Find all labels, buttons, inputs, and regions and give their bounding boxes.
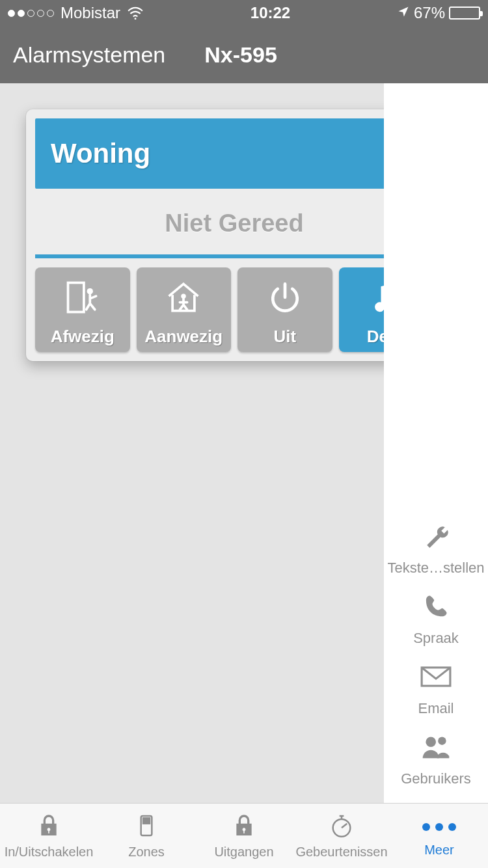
wifi-icon bbox=[127, 7, 144, 20]
battery-pct: 67% bbox=[414, 4, 445, 22]
email-icon bbox=[420, 662, 452, 695]
tab-arm[interactable]: In/Uitschakelen bbox=[0, 804, 98, 868]
svg-point-5 bbox=[426, 737, 436, 747]
music-note-icon bbox=[366, 267, 384, 327]
status-bar: Mobistar 10:22 67% bbox=[0, 0, 488, 26]
wrench-icon bbox=[420, 522, 452, 554]
status-right: 67% bbox=[397, 4, 480, 22]
carrier-label: Mobistar bbox=[61, 4, 120, 22]
drawer-label: Tekste…stellen bbox=[387, 560, 484, 576]
tab-events[interactable]: Gebeurtenissen bbox=[293, 804, 390, 868]
tab-label: In/Uitschakelen bbox=[5, 845, 94, 860]
chime-label: Deur bbox=[367, 327, 384, 347]
tab-more[interactable]: Meer bbox=[390, 804, 488, 868]
home-person-icon bbox=[164, 267, 203, 327]
svg-rect-8 bbox=[143, 818, 150, 823]
lock-icon bbox=[230, 813, 258, 842]
back-button[interactable]: Alarmsystemen bbox=[13, 42, 165, 68]
tab-label: Zones bbox=[128, 845, 165, 860]
sensor-icon bbox=[132, 813, 161, 842]
tab-bar: In/Uitschakelen Zones Uitgangen Gebeurte… bbox=[0, 803, 488, 868]
power-icon bbox=[265, 267, 305, 327]
drawer-item-email[interactable]: Email bbox=[384, 656, 488, 726]
lock-icon bbox=[34, 813, 63, 842]
arm-home-button[interactable]: Aanwezig bbox=[137, 267, 232, 352]
clock: 10:22 bbox=[251, 4, 290, 22]
nav-bar: Alarmsystemen Nx-595 bbox=[0, 26, 488, 83]
arming-actions: Afwezig Aanwezig bbox=[35, 267, 384, 352]
tab-label: Meer bbox=[424, 843, 454, 858]
tab-label: Uitgangen bbox=[214, 845, 273, 860]
phone-icon bbox=[420, 592, 452, 625]
arm-away-button[interactable]: Afwezig bbox=[35, 267, 130, 352]
drawer-label: Gebruikers bbox=[401, 770, 471, 787]
svg-point-6 bbox=[438, 737, 446, 745]
main-panel: Woning Niet Gereed Afwezig bbox=[0, 83, 384, 803]
drawer-label: Email bbox=[418, 700, 454, 717]
users-icon bbox=[420, 733, 452, 765]
arm-home-label: Aanwezig bbox=[144, 327, 223, 347]
drawer-item-texts[interactable]: Tekste…stellen bbox=[384, 515, 488, 586]
battery-icon bbox=[449, 7, 480, 20]
more-icon bbox=[422, 814, 456, 840]
divider bbox=[35, 254, 384, 258]
svg-point-2 bbox=[87, 288, 92, 293]
svg-point-0 bbox=[135, 18, 137, 20]
tab-label: Gebeurtenissen bbox=[295, 845, 387, 860]
tab-zones[interactable]: Zones bbox=[98, 804, 195, 868]
partition-status: Niet Gereed bbox=[35, 189, 384, 254]
stopwatch-icon bbox=[327, 813, 356, 842]
partition-title: Woning bbox=[35, 118, 384, 189]
signal-strength-icon bbox=[8, 10, 54, 17]
page-title: Nx-595 bbox=[204, 42, 277, 68]
disarm-label: Uit bbox=[273, 327, 296, 347]
arm-away-label: Afwezig bbox=[51, 327, 115, 347]
door-exit-icon bbox=[63, 267, 102, 327]
drawer-item-voice[interactable]: Spraak bbox=[384, 586, 488, 656]
disarm-button[interactable]: Uit bbox=[237, 267, 332, 352]
status-left: Mobistar bbox=[8, 4, 144, 22]
drawer-label: Spraak bbox=[413, 630, 459, 647]
location-icon bbox=[397, 4, 410, 22]
tab-outputs[interactable]: Uitgangen bbox=[195, 804, 293, 868]
svg-rect-1 bbox=[68, 282, 83, 312]
more-drawer: Tekste…stellen Spraak Email bbox=[384, 83, 488, 803]
partition-card: Woning Niet Gereed Afwezig bbox=[26, 109, 384, 361]
chime-button[interactable]: Deur bbox=[339, 267, 385, 352]
drawer-item-users[interactable]: Gebruikers bbox=[384, 726, 488, 796]
